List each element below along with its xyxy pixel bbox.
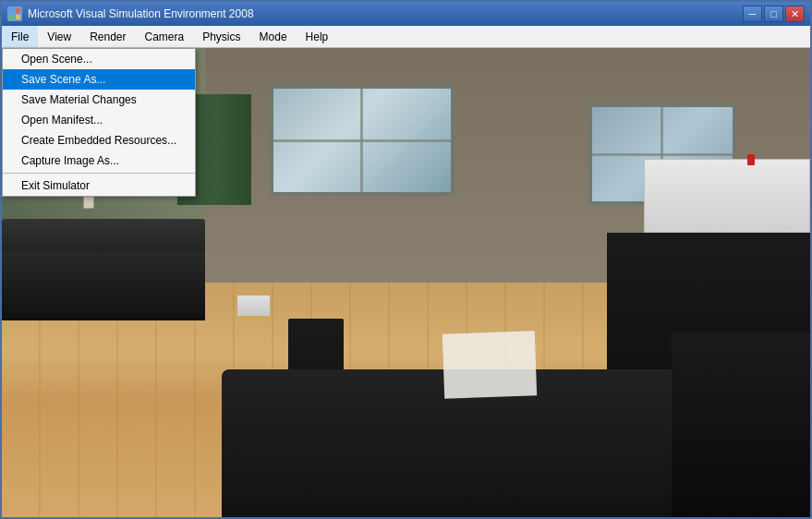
svg-rect-3 — [16, 15, 20, 19]
menu-bar: File Open Scene... Save Scene As... Save… — [2, 26, 810, 48]
right-chair — [672, 332, 810, 517]
menu-open-scene[interactable]: Open Scene... — [3, 49, 195, 69]
paper-document — [442, 331, 536, 398]
center-window — [270, 85, 454, 196]
menu-save-scene-as[interactable]: Save Scene As... — [3, 69, 195, 90]
red-can — [747, 154, 755, 165]
menu-item-help[interactable]: Help — [297, 26, 338, 47]
close-button[interactable]: ✕ — [785, 6, 805, 22]
menu-create-embedded[interactable]: Create Embedded Resources... — [3, 130, 195, 151]
menu-open-manifest[interactable]: Open Manifest... — [3, 110, 195, 130]
window-title: Microsoft Visual Simulation Environment … — [28, 7, 743, 20]
menu-save-material[interactable]: Save Material Changes — [3, 90, 195, 110]
svg-rect-0 — [9, 8, 15, 14]
maximize-button[interactable]: □ — [764, 6, 783, 22]
sofa — [2, 247, 205, 320]
main-window: Microsoft Visual Simulation Environment … — [0, 0, 812, 519]
sofa-back — [2, 219, 205, 251]
menu-item-render[interactable]: Render — [80, 26, 135, 47]
menu-item-view[interactable]: View — [38, 26, 80, 47]
svg-rect-2 — [9, 15, 14, 19]
menu-item-mode[interactable]: Mode — [250, 26, 297, 47]
title-bar: Microsoft Visual Simulation Environment … — [2, 2, 810, 26]
minimize-button[interactable]: ─ — [743, 6, 762, 22]
svg-rect-1 — [16, 8, 20, 13]
menu-item-file[interactable]: File Open Scene... Save Scene As... Save… — [2, 26, 38, 47]
menu-exit[interactable]: Exit Simulator — [3, 175, 195, 196]
menu-separator — [3, 173, 195, 174]
menu-capture-image[interactable]: Capture Image As... — [3, 151, 195, 171]
white-box — [237, 296, 270, 316]
menu-item-physics[interactable]: Physics — [193, 26, 249, 47]
power-outlet — [83, 196, 94, 209]
app-icon — [7, 6, 22, 21]
file-dropdown: Open Scene... Save Scene As... Save Mate… — [2, 48, 196, 197]
menu-item-camera[interactable]: Camera — [136, 26, 194, 47]
foreground-table — [222, 369, 684, 517]
window-controls: ─ □ ✕ — [743, 6, 805, 22]
right-table — [644, 159, 810, 233]
